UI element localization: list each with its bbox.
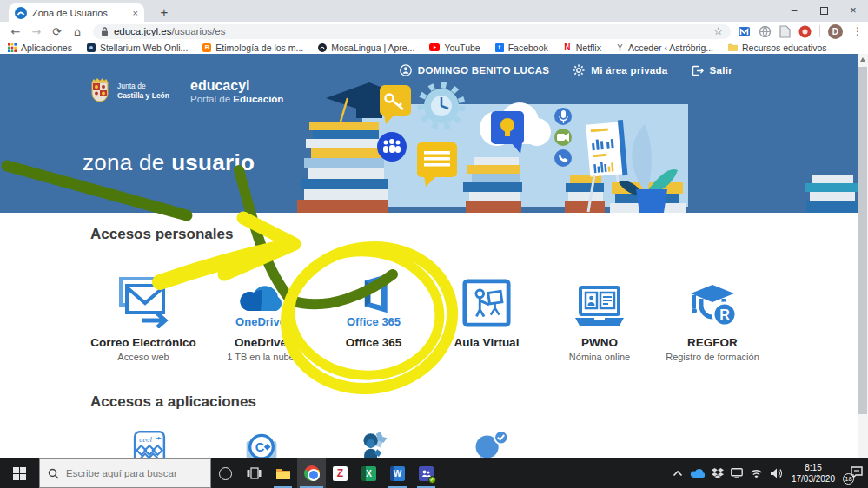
tab-close-icon[interactable]: × [133,8,138,18]
bookmark-aplicaciones[interactable]: Aplicaciones [8,43,72,53]
browser-tab-active[interactable]: Zona de Usuarios × [9,3,144,22]
app-conecta[interactable]: C [230,431,293,458]
gear-clock [421,85,462,127]
access-label: REGFOR [653,336,772,349]
bookmark-mosalingua[interactable]: MosaLingua | Apre... [318,43,414,53]
regfor-icon: R [684,278,741,328]
app-persona[interactable] [343,431,406,458]
tray-chevron-icon[interactable] [673,470,683,477]
access-sub: Acceso web [84,352,202,362]
file-explorer-icon [275,467,291,480]
excel-icon: X [361,466,376,481]
mosalingua-icon [318,43,327,52]
ceol-text: ceol [139,435,152,444]
app-ceol[interactable]: ceol [118,431,181,458]
conecta-letter: C [255,440,265,454]
browser-menu-button[interactable]: ⋮ [852,25,863,37]
bookmark-etimologia[interactable]: B Etimología de los m... [202,43,303,53]
bookmark-facebook[interactable]: f Facebook [495,43,548,53]
clock-time: 8:15 [792,462,835,473]
flipchart [586,120,627,179]
taskbar-clock[interactable]: 8:15 17/03/2020 [792,462,835,485]
system-tray: 8:15 17/03/2020 18 [673,458,868,488]
brand-block[interactable]: Junta de Castilla y León educacyl Portal… [89,77,283,104]
file-explorer-button[interactable] [268,458,297,488]
junta-text: Junta de Castilla y León [117,82,169,99]
window-minimize-button[interactable]: – [779,0,809,22]
access-aula-virtual[interactable]: Aula Virtual [427,260,546,352]
apps-grid-icon [8,43,17,52]
youtube-icon [429,43,440,51]
onedrive-tray-icon[interactable] [690,468,705,478]
cortana-button[interactable] [211,458,240,488]
home-button[interactable]: ⌂ [67,25,88,38]
access-label: Office 365 [315,336,433,349]
bookmark-label: MosaLingua | Apre... [331,43,414,53]
scrollbar-up-arrow-icon[interactable] [860,57,865,62]
access-pwno[interactable]: PWNO Nómina online [540,260,659,362]
display-tray-icon[interactable] [731,468,743,478]
bookmark-star-icon[interactable]: ☆ [713,25,723,37]
zotero-button[interactable]: Z [326,458,354,488]
search-input[interactable] [66,468,196,478]
window-close-button[interactable]: × [838,0,868,22]
extension-globe-icon[interactable] [759,25,772,38]
aula-virtual-icon [461,278,512,328]
teams-status-dot: ✓ [428,476,436,484]
forward-button[interactable]: → [26,25,47,38]
word-button[interactable]: W [383,458,412,488]
chrome-button[interactable] [297,458,326,488]
app-check[interactable] [461,431,523,458]
pwno-laptop-icon [572,285,627,328]
extension-page-icon[interactable] [779,25,791,38]
access-onedrive[interactable]: OneDrive OneDrive 1 TB en la nube [202,260,320,362]
taskbar-search[interactable] [39,458,211,488]
chrome-icon [304,465,320,481]
onedrive-icon [234,280,288,314]
start-button[interactable] [0,458,39,488]
cortana-icon [219,467,232,480]
bookmark-acceder[interactable]: Acceder ‹ Astróbrig... [616,43,713,53]
office365-wordmark: Office 365 [347,315,401,328]
page-viewport: DOMINGO BENITO LUCAS Mi área privada Sal… [0,54,868,458]
teams-button[interactable]: ✓ [412,458,441,488]
excel-button[interactable]: X [354,458,383,488]
educacyl-tagline: Portal de Educación [190,94,283,104]
access-office365[interactable]: Office 365 Office 365 [315,260,433,352]
section-title-aplicaciones: Accesos a aplicaciones [90,393,256,411]
volume-icon[interactable] [770,468,782,478]
window-restore-button[interactable] [809,0,838,22]
bookmark-label: Aplicaciones [21,43,72,53]
bookmark-stellarium[interactable]: Stellarium Web Onli... [87,43,188,53]
teams-icon: ✓ [419,466,434,481]
back-button[interactable]: ← [5,25,26,38]
book-stack-small [565,175,605,213]
netflix-icon: N [563,43,572,52]
dropbox-tray-icon[interactable] [712,468,724,478]
new-tab-button[interactable]: + [155,3,174,22]
book-stack-far-right [805,175,858,213]
page-scrollbar[interactable] [858,54,868,458]
bookmark-netflix[interactable]: N Netflix [563,43,601,53]
bookmark-label: YouTube [444,43,480,53]
access-correo[interactable]: Correo Electrónico Acceso web [84,260,202,362]
bookmark-label: Stellarium Web Onli... [100,43,188,53]
access-regfor[interactable]: R REGFOR Registro de formación [653,260,772,362]
extension-red-icon[interactable] [798,25,812,38]
reload-button[interactable]: ⟳ [46,25,67,38]
profile-avatar[interactable]: D [828,24,843,39]
action-center-button[interactable]: 18 [845,462,864,485]
portal-prefix: Portal de [190,94,233,104]
office365-icon [352,273,395,314]
address-bar[interactable]: educa.jcyl.es/usuarios/es ☆ [93,24,731,39]
scrollbar-thumb[interactable] [858,67,867,414]
task-view-button[interactable] [240,458,268,488]
bookmark-recursos[interactable]: Recursos educativos [728,43,826,53]
zotero-icon: Z [333,466,348,481]
education-illustration [295,69,858,213]
extension-m-icon[interactable] [738,25,751,38]
bookmark-label: Facebook [508,43,548,53]
page-header-banner: DOMINGO BENITO LUCAS Mi área privada Sal… [0,54,858,213]
wifi-icon[interactable] [750,469,763,478]
bookmark-youtube[interactable]: YouTube [429,43,480,53]
